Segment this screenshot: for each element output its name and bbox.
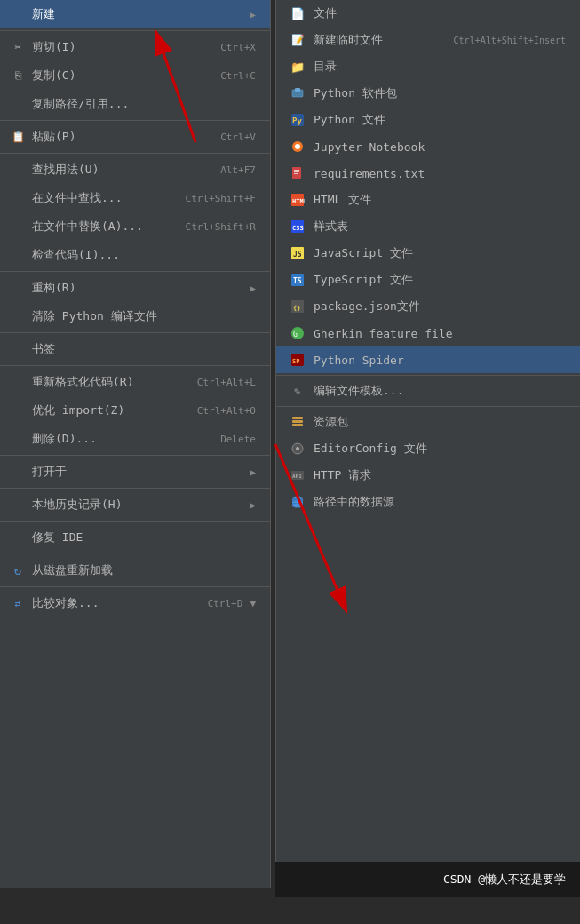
arrow-icon-new: ▶	[250, 10, 256, 20]
svg-rect-25	[292, 420, 303, 423]
requirements-icon	[290, 166, 305, 180]
separator-4	[0, 271, 270, 272]
menu-item-compare[interactable]: ⇄ 比较对象... Ctrl+D ▼	[0, 589, 270, 617]
right-label-requirements: requirements.txt	[314, 167, 425, 180]
right-label-python-spider: Python Spider	[314, 354, 404, 367]
editorconfig-icon	[290, 442, 305, 456]
menu-item-clean-python[interactable]: 清除 Python 编译文件	[0, 302, 270, 331]
menu-item-local-history[interactable]: 本地历史记录(H) ▶	[0, 490, 270, 519]
right-item-resource-bundle[interactable]: 资源包	[276, 409, 580, 435]
right-item-jupyter[interactable]: Jupyter Notebook	[276, 133, 580, 160]
right-item-datasource[interactable]: 路径中的数据源	[276, 489, 580, 515]
right-label-python-file: Python 文件	[314, 112, 385, 128]
menu-item-cut[interactable]: ✂ 剪切(I) Ctrl+X	[0, 33, 270, 61]
right-item-python-package[interactable]: Python 软件包	[276, 80, 580, 107]
separator-11	[0, 586, 270, 587]
menu-item-optimize-imports[interactable]: 优化 import(Z) Ctrl+Alt+O	[0, 396, 270, 425]
http-icon: API	[290, 468, 305, 482]
svg-rect-24	[292, 424, 303, 426]
html-icon: HTML	[290, 193, 305, 207]
right-label-python-package: Python 软件包	[314, 85, 397, 101]
svg-text:JS: JS	[293, 251, 302, 259]
folder-icon: 📁	[290, 60, 305, 74]
menu-label-repair-ide: 修复 IDE	[32, 530, 83, 546]
menu-item-copy-path[interactable]: 复制路径/引用...	[0, 90, 270, 118]
bookmark-icon	[11, 342, 25, 356]
right-item-edit-templates[interactable]: ✎ 编辑文件模板...	[276, 378, 580, 404]
svg-text:TS: TS	[293, 277, 302, 285]
menu-label-find-usage: 查找用法(U)	[32, 162, 99, 178]
shortcut-reformat: Ctrl+Alt+L	[197, 377, 256, 388]
right-label-gherkin: Gherkin feature file	[314, 327, 453, 340]
menu-label-inspect-code: 检查代码(I)...	[32, 247, 120, 263]
shortcut-compare: Ctrl+D	[208, 598, 243, 609]
separator-9	[0, 521, 270, 522]
right-item-new-temp-file[interactable]: 📝 新建临时文件 Ctrl+Alt+Shift+Insert	[276, 27, 580, 53]
menu-item-inspect-code[interactable]: 检查代码(I)...	[0, 241, 270, 269]
right-label-edit-templates: 编辑文件模板...	[314, 383, 403, 399]
svg-rect-6	[292, 167, 301, 179]
separator-8	[0, 488, 270, 489]
arrow-icon-open-in: ▶	[250, 467, 256, 477]
right-item-python-spider[interactable]: SP Python Spider	[276, 346, 580, 373]
temp-file-icon: 📝	[290, 33, 305, 47]
watermark-text: CSDN @懒人不还是要学	[443, 872, 566, 888]
right-item-package-json[interactable]: {} package.json文件	[276, 293, 580, 320]
gherkin-icon: G	[290, 326, 305, 340]
menu-item-find-in-files[interactable]: 在文件中查找... Ctrl+Shift+F	[0, 184, 270, 212]
clean-icon	[11, 309, 25, 323]
menu-label-cut: 剪切(I)	[32, 39, 75, 55]
menu-label-local-history: 本地历史记录(H)	[32, 497, 122, 513]
reload-icon: ↻	[11, 563, 25, 578]
menu-item-repair-ide[interactable]: 修复 IDE	[0, 523, 270, 552]
compare-dropdown-icon[interactable]: ▼	[250, 598, 256, 609]
menu-item-refactor[interactable]: 重构(R) ▶	[0, 274, 270, 302]
right-item-requirements[interactable]: requirements.txt	[276, 160, 580, 187]
menu-item-new[interactable]: 新建 ▶	[0, 0, 270, 28]
menu-item-delete[interactable]: 删除(D)... Delete	[0, 425, 270, 453]
menu-item-reload-disk[interactable]: ↻ 从磁盘重新加载	[0, 556, 270, 585]
optimize-icon	[11, 403, 25, 418]
shortcut-copy: Ctrl+C	[220, 70, 256, 82]
svg-point-35	[292, 504, 303, 508]
resource-icon	[290, 415, 305, 429]
right-item-javascript[interactable]: JS JavaScript 文件	[276, 240, 580, 267]
arrow-icon-refactor: ▶	[250, 283, 256, 293]
new-icon	[11, 7, 25, 21]
right-separator-2	[276, 406, 580, 407]
menu-item-paste[interactable]: 📋 粘贴(P) Ctrl+V	[0, 123, 270, 151]
menu-item-replace-in-files[interactable]: 在文件中替换(A)... Ctrl+Shift+R	[0, 212, 270, 241]
shortcut-paste: Ctrl+V	[220, 131, 256, 143]
file-icon: 📄	[290, 6, 305, 20]
svg-point-28	[296, 447, 299, 450]
menu-item-open-in[interactable]: 打开于 ▶	[0, 458, 270, 486]
right-item-http-request[interactable]: API HTTP 请求	[276, 462, 580, 489]
menu-label-paste: 粘贴(P)	[32, 129, 75, 145]
css-icon: CSS	[290, 219, 305, 234]
right-item-html[interactable]: HTML HTML 文件	[276, 187, 580, 213]
right-item-typescript[interactable]: TS TypeScript 文件	[276, 267, 580, 293]
right-item-gherkin[interactable]: G Gherkin feature file	[276, 320, 580, 346]
right-label-directory: 目录	[314, 59, 337, 75]
shortcut-find-usage: Alt+F7	[220, 164, 256, 176]
svg-rect-9	[294, 173, 298, 174]
menu-item-find-usage[interactable]: 查找用法(U) Alt+F7	[0, 155, 270, 184]
copy-path-icon	[11, 97, 25, 111]
menu-item-reformat[interactable]: 重新格式化代码(R) Ctrl+Alt+L	[0, 368, 270, 396]
right-item-file[interactable]: 📄 文件	[276, 0, 580, 27]
shortcut-new-temp-file: Ctrl+Alt+Shift+Insert	[454, 36, 566, 45]
right-item-stylesheet[interactable]: CSS 样式表	[276, 213, 580, 240]
right-item-directory[interactable]: 📁 目录	[276, 53, 580, 80]
ts-icon: TS	[290, 273, 305, 287]
find-usage-icon	[11, 163, 25, 177]
svg-text:API: API	[292, 473, 302, 479]
right-item-python-file[interactable]: Py Python 文件	[276, 107, 580, 133]
menu-label-copy-path: 复制路径/引用...	[32, 96, 129, 112]
right-item-editorconfig[interactable]: EditorConfig 文件	[276, 435, 580, 462]
menu-label-open-in: 打开于	[32, 464, 67, 480]
right-label-typescript: TypeScript 文件	[314, 272, 413, 288]
right-submenu: 📄 文件 📝 新建临时文件 Ctrl+Alt+Shift+Insert 📁 目录…	[275, 0, 580, 888]
menu-item-copy[interactable]: ⎘ 复制(C) Ctrl+C	[0, 61, 270, 90]
svg-rect-26	[292, 417, 303, 419]
menu-item-bookmark[interactable]: 书签	[0, 335, 270, 363]
